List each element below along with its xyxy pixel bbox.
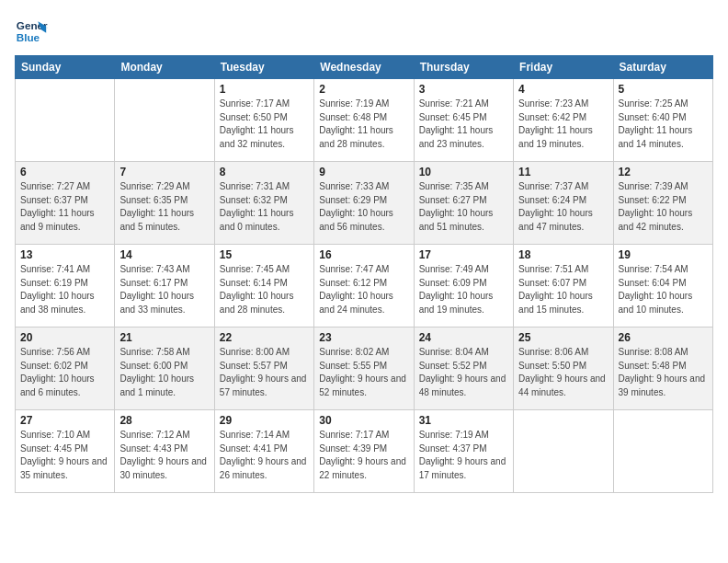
day-number: 5 bbox=[619, 83, 708, 96]
day-cell: 15Sunrise: 7:45 AM Sunset: 6:14 PM Dayli… bbox=[214, 245, 313, 327]
day-cell: 22Sunrise: 8:00 AM Sunset: 5:57 PM Dayli… bbox=[214, 327, 313, 410]
day-detail: Sunrise: 7:14 AM Sunset: 4:41 PM Dayligh… bbox=[220, 429, 309, 482]
day-number: 31 bbox=[419, 414, 508, 427]
day-number: 13 bbox=[20, 248, 109, 261]
day-number: 26 bbox=[619, 331, 708, 344]
week-row-4: 20Sunrise: 7:56 AM Sunset: 6:02 PM Dayli… bbox=[16, 327, 713, 410]
day-cell: 14Sunrise: 7:43 AM Sunset: 6:17 PM Dayli… bbox=[115, 245, 214, 327]
day-number: 19 bbox=[619, 248, 708, 261]
calendar-table: SundayMondayTuesdayWednesdayThursdayFrid… bbox=[15, 55, 713, 493]
day-detail: Sunrise: 7:19 AM Sunset: 4:37 PM Dayligh… bbox=[419, 429, 508, 482]
column-header-sunday: Sunday bbox=[16, 56, 115, 79]
day-cell: 9Sunrise: 7:33 AM Sunset: 6:29 PM Daylig… bbox=[314, 162, 414, 245]
day-number: 22 bbox=[220, 331, 309, 344]
day-number: 21 bbox=[119, 331, 209, 344]
day-detail: Sunrise: 7:54 AM Sunset: 6:04 PM Dayligh… bbox=[619, 263, 708, 316]
day-detail: Sunrise: 7:27 AM Sunset: 6:37 PM Dayligh… bbox=[20, 180, 109, 234]
day-cell: 13Sunrise: 7:41 AM Sunset: 6:19 PM Dayli… bbox=[16, 245, 115, 327]
day-cell: 19Sunrise: 7:54 AM Sunset: 6:04 PM Dayli… bbox=[613, 245, 712, 327]
day-detail: Sunrise: 7:35 AM Sunset: 6:27 PM Dayligh… bbox=[419, 180, 508, 234]
day-cell: 5Sunrise: 7:25 AM Sunset: 6:40 PM Daylig… bbox=[613, 79, 712, 162]
day-cell: 11Sunrise: 7:37 AM Sunset: 6:24 PM Dayli… bbox=[514, 162, 613, 245]
day-cell: 28Sunrise: 7:12 AM Sunset: 4:43 PM Dayli… bbox=[115, 410, 214, 493]
day-cell: 4Sunrise: 7:23 AM Sunset: 6:42 PM Daylig… bbox=[514, 79, 613, 162]
day-detail: Sunrise: 7:17 AM Sunset: 4:39 PM Dayligh… bbox=[319, 429, 408, 482]
day-number: 3 bbox=[419, 83, 508, 96]
header-row: SundayMondayTuesdayWednesdayThursdayFrid… bbox=[16, 56, 713, 79]
day-cell: 8Sunrise: 7:31 AM Sunset: 6:32 PM Daylig… bbox=[214, 162, 313, 245]
day-number: 15 bbox=[220, 248, 309, 261]
day-detail: Sunrise: 7:25 AM Sunset: 6:40 PM Dayligh… bbox=[619, 98, 708, 151]
day-number: 17 bbox=[419, 248, 508, 261]
column-header-thursday: Thursday bbox=[414, 56, 513, 79]
day-number: 14 bbox=[119, 248, 209, 261]
day-cell: 10Sunrise: 7:35 AM Sunset: 6:27 PM Dayli… bbox=[414, 162, 513, 245]
day-cell: 24Sunrise: 8:04 AM Sunset: 5:52 PM Dayli… bbox=[414, 327, 513, 410]
day-detail: Sunrise: 7:45 AM Sunset: 6:14 PM Dayligh… bbox=[220, 263, 309, 316]
day-detail: Sunrise: 7:23 AM Sunset: 6:42 PM Dayligh… bbox=[518, 98, 608, 151]
day-number: 11 bbox=[518, 166, 608, 178]
day-number: 25 bbox=[518, 331, 608, 344]
day-detail: Sunrise: 7:17 AM Sunset: 6:50 PM Dayligh… bbox=[220, 98, 309, 151]
day-detail: Sunrise: 8:04 AM Sunset: 5:52 PM Dayligh… bbox=[419, 346, 508, 399]
day-detail: Sunrise: 7:37 AM Sunset: 6:24 PM Dayligh… bbox=[518, 180, 608, 234]
day-cell: 27Sunrise: 7:10 AM Sunset: 4:45 PM Dayli… bbox=[16, 410, 115, 493]
day-detail: Sunrise: 7:41 AM Sunset: 6:19 PM Dayligh… bbox=[20, 263, 109, 316]
day-detail: Sunrise: 7:10 AM Sunset: 4:45 PM Dayligh… bbox=[20, 429, 109, 482]
day-cell: 1Sunrise: 7:17 AM Sunset: 6:50 PM Daylig… bbox=[214, 79, 313, 162]
day-detail: Sunrise: 8:06 AM Sunset: 5:50 PM Dayligh… bbox=[518, 346, 608, 399]
day-number: 7 bbox=[119, 166, 209, 178]
day-cell bbox=[115, 79, 214, 162]
day-cell: 7Sunrise: 7:29 AM Sunset: 6:35 PM Daylig… bbox=[115, 162, 214, 245]
day-cell: 3Sunrise: 7:21 AM Sunset: 6:45 PM Daylig… bbox=[414, 79, 513, 162]
column-header-wednesday: Wednesday bbox=[314, 56, 414, 79]
day-number: 28 bbox=[119, 414, 209, 427]
day-number: 27 bbox=[20, 414, 109, 427]
day-cell bbox=[16, 79, 115, 162]
day-number: 2 bbox=[319, 83, 408, 96]
day-detail: Sunrise: 7:19 AM Sunset: 6:48 PM Dayligh… bbox=[319, 98, 408, 151]
week-row-5: 27Sunrise: 7:10 AM Sunset: 4:45 PM Dayli… bbox=[16, 410, 713, 493]
day-number: 24 bbox=[419, 331, 508, 344]
column-header-monday: Monday bbox=[115, 56, 214, 79]
day-number: 4 bbox=[518, 83, 608, 96]
column-header-tuesday: Tuesday bbox=[214, 56, 313, 79]
day-cell: 26Sunrise: 8:08 AM Sunset: 5:48 PM Dayli… bbox=[613, 327, 712, 410]
day-cell: 20Sunrise: 7:56 AM Sunset: 6:02 PM Dayli… bbox=[16, 327, 115, 410]
svg-text:Blue: Blue bbox=[17, 31, 40, 43]
day-detail: Sunrise: 7:12 AM Sunset: 4:43 PM Dayligh… bbox=[119, 429, 209, 482]
column-header-friday: Friday bbox=[514, 56, 613, 79]
day-cell: 6Sunrise: 7:27 AM Sunset: 6:37 PM Daylig… bbox=[16, 162, 115, 245]
day-detail: Sunrise: 7:47 AM Sunset: 6:12 PM Dayligh… bbox=[319, 263, 408, 316]
day-cell bbox=[514, 410, 613, 493]
day-detail: Sunrise: 7:29 AM Sunset: 6:35 PM Dayligh… bbox=[119, 180, 209, 234]
day-cell: 23Sunrise: 8:02 AM Sunset: 5:55 PM Dayli… bbox=[314, 327, 414, 410]
day-cell: 17Sunrise: 7:49 AM Sunset: 6:09 PM Dayli… bbox=[414, 245, 513, 327]
day-number: 9 bbox=[319, 166, 408, 178]
day-detail: Sunrise: 7:58 AM Sunset: 6:00 PM Dayligh… bbox=[119, 346, 209, 399]
page-header: General Blue bbox=[15, 15, 713, 48]
day-cell: 21Sunrise: 7:58 AM Sunset: 6:00 PM Dayli… bbox=[115, 327, 214, 410]
day-number: 23 bbox=[319, 331, 408, 344]
day-number: 10 bbox=[419, 166, 508, 178]
day-cell: 30Sunrise: 7:17 AM Sunset: 4:39 PM Dayli… bbox=[314, 410, 414, 493]
day-cell: 29Sunrise: 7:14 AM Sunset: 4:41 PM Dayli… bbox=[214, 410, 313, 493]
day-detail: Sunrise: 7:21 AM Sunset: 6:45 PM Dayligh… bbox=[419, 98, 508, 151]
day-detail: Sunrise: 7:33 AM Sunset: 6:29 PM Dayligh… bbox=[319, 180, 408, 234]
day-number: 20 bbox=[20, 331, 109, 344]
day-detail: Sunrise: 7:39 AM Sunset: 6:22 PM Dayligh… bbox=[619, 180, 708, 234]
day-number: 1 bbox=[220, 83, 309, 96]
day-detail: Sunrise: 8:00 AM Sunset: 5:57 PM Dayligh… bbox=[220, 346, 309, 399]
day-cell: 18Sunrise: 7:51 AM Sunset: 6:07 PM Dayli… bbox=[514, 245, 613, 327]
day-number: 29 bbox=[220, 414, 309, 427]
day-detail: Sunrise: 8:08 AM Sunset: 5:48 PM Dayligh… bbox=[619, 346, 708, 399]
logo: General Blue bbox=[15, 15, 48, 48]
day-number: 8 bbox=[220, 166, 309, 178]
column-header-saturday: Saturday bbox=[613, 56, 712, 79]
day-cell: 25Sunrise: 8:06 AM Sunset: 5:50 PM Dayli… bbox=[514, 327, 613, 410]
day-detail: Sunrise: 7:43 AM Sunset: 6:17 PM Dayligh… bbox=[119, 263, 209, 316]
day-number: 18 bbox=[518, 248, 608, 261]
day-cell: 16Sunrise: 7:47 AM Sunset: 6:12 PM Dayli… bbox=[314, 245, 414, 327]
day-detail: Sunrise: 7:31 AM Sunset: 6:32 PM Dayligh… bbox=[220, 180, 309, 234]
day-detail: Sunrise: 7:56 AM Sunset: 6:02 PM Dayligh… bbox=[20, 346, 109, 399]
